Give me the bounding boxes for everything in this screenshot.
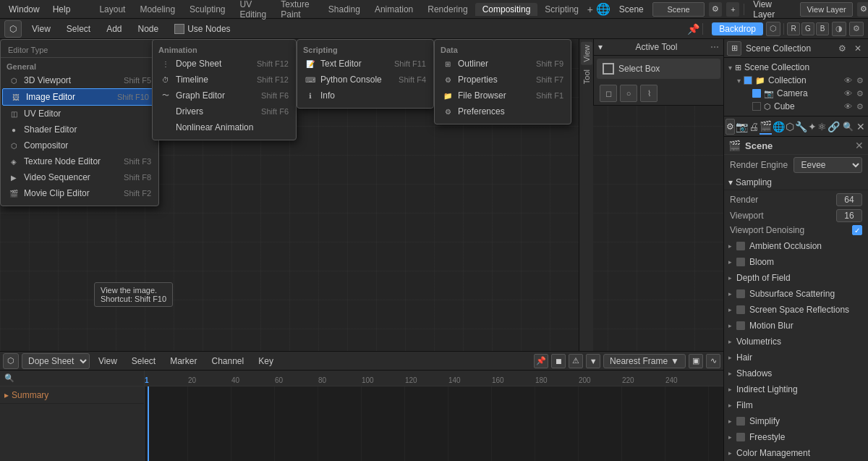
collection-extra-icon[interactable]: ⚙ [856, 76, 864, 85]
props-constraints-icon[interactable]: 🔗 [827, 119, 840, 135]
r-btn[interactable]: R [787, 22, 800, 35]
freestyle-check[interactable] [736, 433, 745, 441]
simplify-check[interactable] [736, 417, 745, 426]
scene-settings-btn[interactable]: ⚙ [709, 2, 722, 17]
hair-header[interactable]: ▸ Hair [724, 350, 868, 365]
use-nodes-check-box[interactable] [174, 24, 184, 34]
ambient-occlusion-header[interactable]: ▸ Ambient Occlusion [724, 238, 868, 254]
dope-pin-btn[interactable]: 📌 [534, 354, 548, 368]
editor-type-btn[interactable]: ⬡ [4, 20, 22, 38]
menu-image-editor[interactable]: 🖼 Image Editor Shift F10 [2, 88, 157, 106]
tab-texture-paint[interactable]: Texture Paint [273, 0, 321, 21]
menu-uv-editor[interactable]: ◫ UV Editor [1, 106, 158, 122]
g-btn[interactable]: G [801, 22, 814, 35]
cube-check[interactable] [752, 102, 761, 111]
props-search-btn[interactable]: 🔍 [841, 119, 855, 134]
display-channel-btn[interactable]: ◑ [832, 22, 846, 36]
props-editor-type-btn[interactable]: ⚙ [726, 119, 735, 135]
add-workspace-btn[interactable]: + [586, 3, 595, 16]
collection-arrow[interactable]: ▾ [737, 77, 741, 85]
tab-rendering[interactable]: Rendering [420, 3, 475, 16]
menu-movie-clip-editor[interactable]: 🎬 Movie Clip Editor Shift F2 [1, 185, 158, 201]
dope-select-btn[interactable]: Select [126, 355, 161, 368]
film-header[interactable]: ▸ Film [724, 397, 868, 413]
dope-marker-btn[interactable]: Marker [164, 355, 203, 368]
outliner-collection[interactable]: ▾ 📁 Collection 👁 ⚙ [733, 74, 868, 87]
tool-icon-lasso[interactable]: ⌇ [640, 85, 658, 102]
dope-editor-type-btn[interactable]: ⬡ [3, 353, 19, 369]
backdrop-btn[interactable]: Backdrop [712, 22, 763, 35]
view-layer-select-btn[interactable]: View Layer [800, 2, 853, 17]
tab-animation[interactable]: Animation [367, 3, 420, 16]
use-nodes-checkbox[interactable]: Use Nodes [174, 24, 230, 34]
props-physics-icon[interactable]: ⚛ [817, 119, 827, 135]
props-particles-icon[interactable]: ✦ [808, 119, 817, 135]
select-box-row[interactable]: Select Box [597, 59, 720, 79]
shadows-header[interactable]: ▸ Shadows [724, 365, 868, 381]
props-output-icon[interactable]: 🖨 [749, 119, 759, 135]
ssr-check[interactable] [736, 305, 745, 314]
props-close-btn[interactable]: ✕ [856, 121, 865, 132]
scene-collection-arrow[interactable]: ▾ [728, 64, 732, 72]
toolbar-add-btn[interactable]: Add [101, 22, 127, 35]
mb-check[interactable] [736, 321, 745, 330]
more-options-btn[interactable]: ⚙ [849, 22, 864, 36]
nearest-frame-select[interactable]: Nearest Frame ▼ [603, 354, 686, 368]
tool-icon-select[interactable]: ◻ [600, 85, 617, 102]
depth-of-field-header[interactable]: ▸ Depth of Field [724, 270, 868, 286]
cube-eye[interactable]: 👁 [844, 102, 852, 111]
scene-select-btn[interactable]: Scene [652, 2, 705, 17]
screen-space-reflections-header[interactable]: ▸ Screen Space Reflections [724, 302, 868, 318]
camera-check[interactable] [752, 89, 761, 98]
cube-extra-icon[interactable]: ⚙ [856, 102, 864, 111]
dope-extra-btn[interactable]: ▣ [689, 354, 703, 368]
menu-texture-node-editor[interactable]: ◈ Texture Node Editor Shift F3 [1, 153, 158, 169]
viewport-value[interactable]: 16 [836, 209, 862, 222]
dope-view-btn[interactable]: View [93, 355, 123, 368]
outliner-editor-type-btn[interactable]: ⊞ [727, 41, 741, 56]
props-scene-icon[interactable]: 🎬 [760, 119, 772, 135]
toolbar-node-btn[interactable]: Node [132, 22, 165, 35]
tab-sculpting[interactable]: Sculpting [182, 3, 232, 16]
tool-icon-circle[interactable]: ○ [620, 85, 637, 102]
toolbar-select-btn[interactable]: Select [61, 22, 96, 35]
bloom-check[interactable] [736, 258, 745, 266]
menu-shader-editor[interactable]: ● Shader Editor [1, 122, 158, 138]
side-tab-tool[interactable]: Tool [581, 67, 592, 87]
indirect-lighting-header[interactable]: ▸ Indirect Lighting [724, 381, 868, 397]
dope-sync-btn[interactable]: ⏹ [551, 354, 566, 368]
tab-compositing[interactable]: Compositing [475, 3, 538, 16]
tab-uv-editing[interactable]: UV Editing [232, 0, 273, 21]
outliner-cube[interactable]: ▸ ⬡ Cube 👁 ⚙ [741, 100, 868, 113]
collection-check[interactable] [744, 76, 752, 85]
outliner-camera[interactable]: ▸ 📷 Camera 👁 ⚙ [741, 87, 868, 100]
pin-icon[interactable]: 📌 [687, 23, 699, 35]
menu-window[interactable]: Window [3, 3, 46, 16]
freestyle-header[interactable]: ▸ Freestyle [724, 429, 868, 445]
color-management-header[interactable]: ▸ Color Management [724, 445, 868, 461]
ao-check[interactable] [736, 242, 745, 250]
render-engine-select[interactable]: Eevee [793, 157, 863, 173]
scene-add-btn[interactable]: + [726, 2, 739, 17]
camera-extra-icon[interactable]: ⚙ [856, 89, 864, 98]
menu-help[interactable]: Help [47, 3, 77, 16]
tab-scripting[interactable]: Scripting [537, 3, 586, 16]
b-btn[interactable]: B [816, 22, 829, 35]
dope-filter-btn[interactable]: ▼ [586, 354, 600, 368]
scene-title-expand[interactable]: ✕ [855, 140, 864, 151]
props-render-icon[interactable]: 📷 [736, 119, 748, 135]
sampling-section-header[interactable]: ▾ Sampling [724, 175, 868, 190]
props-modifier-icon[interactable]: 🔧 [795, 119, 807, 135]
volumetrics-header[interactable]: ▸ Volumetrics [724, 334, 868, 350]
outliner-settings-btn[interactable]: ⚙ [835, 41, 849, 56]
tab-layout[interactable]: Layout [92, 3, 132, 16]
menu-video-sequencer[interactable]: ▶ Video Sequencer Shift F8 [1, 169, 158, 185]
dope-key-btn[interactable]: Key [252, 355, 279, 368]
view-layer-settings-btn[interactable]: ⚙ [857, 2, 868, 17]
backdrop-settings-btn[interactable]: ⬡ [766, 22, 780, 36]
simplify-header[interactable]: ▸ Simplify [724, 413, 868, 429]
dope-wave-btn[interactable]: ∿ [706, 354, 720, 368]
active-tool-dots[interactable]: ⋯ [710, 42, 719, 52]
dope-warn-btn[interactable]: ⚠ [569, 354, 583, 368]
outliner-close-btn[interactable]: ✕ [851, 41, 865, 56]
